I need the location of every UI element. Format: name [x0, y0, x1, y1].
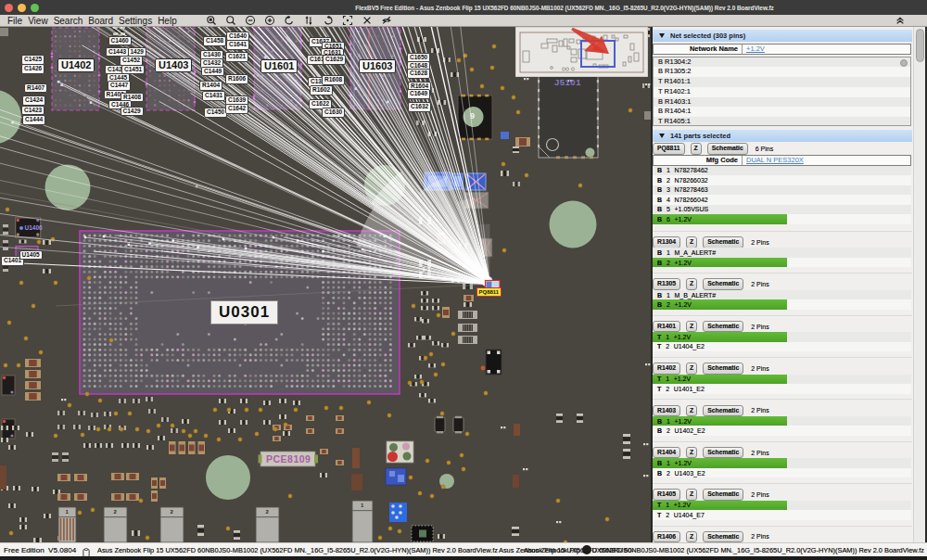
menu-board[interactable]: Board: [88, 16, 113, 26]
net-pin-row[interactable]: B R1404:1: [654, 107, 910, 117]
fit-view-icon[interactable]: [342, 15, 354, 27]
part-pin-row[interactable]: B2+1.2V: [653, 258, 911, 268]
part-ref-button[interactable]: R1305: [653, 278, 680, 289]
part-pin-row[interactable]: T2U1401_E2: [653, 384, 911, 394]
menu-view[interactable]: View: [28, 16, 48, 26]
component-label[interactable]: C1431: [202, 91, 225, 101]
network-name-link[interactable]: +1.2V: [746, 45, 765, 53]
part-schematic-button[interactable]: Schematic: [703, 531, 743, 542]
part-pin-row[interactable]: T2U1404_E7: [653, 510, 911, 520]
zoom-search-icon[interactable]: [225, 15, 237, 27]
part-z-button[interactable]: Z: [691, 143, 702, 154]
component-label[interactable]: C1641: [226, 40, 249, 50]
component-label[interactable]: C1632: [408, 102, 431, 112]
part-z-button[interactable]: Z: [686, 236, 697, 248]
component-label[interactable]: R1608: [322, 75, 345, 85]
component-label[interactable]: C1460: [108, 36, 132, 46]
title-bar[interactable]: FlexBV5 Free Edition - Asus Zenbook Flip…: [0, 0, 927, 15]
rotate-ccw-icon[interactable]: [284, 15, 296, 27]
part-z-button[interactable]: Z: [686, 321, 697, 332]
part-pin-row[interactable]: B1+1.2V: [653, 416, 911, 426]
sidebar-scrollbar-thumb[interactable]: [916, 29, 924, 62]
part-pin-row[interactable]: T1+1.2V: [653, 332, 911, 342]
part-schematic-button[interactable]: Schematic: [703, 447, 743, 458]
board-canvas[interactable]: U1402U1403U1601U1603U0301C1425C1426R1407…: [0, 27, 651, 542]
part-ref-button[interactable]: R1405: [653, 489, 680, 500]
component-label[interactable]: U1603: [359, 59, 396, 73]
component-label[interactable]: C1449: [201, 67, 224, 77]
component-label[interactable]: C1447: [108, 81, 131, 91]
part-pin-row[interactable]: B6+1.2V: [653, 214, 911, 224]
component-label[interactable]: R1407: [24, 83, 47, 94]
part-ref-button[interactable]: R1304: [653, 236, 680, 248]
part-schematic-button[interactable]: Schematic: [703, 363, 743, 374]
component-label[interactable]: C1450: [204, 108, 227, 118]
part-ref-button[interactable]: R1403: [653, 405, 680, 416]
component-label[interactable]: C1649: [407, 89, 430, 99]
component-label[interactable]: R1602: [310, 85, 333, 95]
part-pin-row[interactable]: B1M_B_ALERT#: [653, 290, 911, 300]
component-label[interactable]: C1425: [21, 55, 44, 65]
part-pin-row[interactable]: B1N78278462: [653, 166, 911, 176]
part-schematic-button[interactable]: Schematic: [703, 405, 743, 416]
menu-search[interactable]: Search: [54, 16, 83, 26]
sidebar-scrollbar[interactable]: [913, 27, 925, 542]
board-minimap[interactable]: [515, 27, 648, 77]
part-z-button[interactable]: Z: [686, 489, 697, 500]
component-label[interactable]: U1403: [155, 58, 192, 72]
part-z-button[interactable]: Z: [686, 447, 697, 458]
part-ref-button[interactable]: R1406: [653, 531, 680, 542]
net-pin-row[interactable]: T R1405:1: [654, 117, 910, 125]
component-label[interactable]: U1402: [57, 58, 95, 72]
part-pin-row[interactable]: B3N78278463: [653, 185, 911, 196]
part-pin-row[interactable]: T1+1.2V: [653, 501, 911, 511]
component-label[interactable]: C1621: [225, 52, 248, 62]
part-pin-row[interactable]: B2U1402_E2: [653, 426, 911, 436]
part-ref-button[interactable]: PQ8811: [653, 143, 685, 154]
mfg-code-link[interactable]: DUAL N PES320X: [746, 156, 804, 164]
component-label[interactable]: C1429: [121, 107, 144, 117]
menu-help[interactable]: Help: [158, 16, 177, 26]
component-label[interactable]: C1642: [225, 104, 248, 114]
component-label[interactable]: U1601: [260, 59, 298, 73]
net-pin-list[interactable]: B R1304:2B R1305:2T R1401:1T R1402:1B R1…: [653, 57, 911, 126]
rotate-cw-icon[interactable]: [323, 15, 335, 27]
net-pin-row[interactable]: B R1305:2: [654, 67, 910, 77]
net-panel-header[interactable]: Net selected (303 pins): [652, 30, 912, 42]
component-label[interactable]: C1452: [120, 56, 143, 66]
component-label[interactable]: C1424: [22, 95, 45, 106]
part-schematic-button[interactable]: Schematic: [703, 236, 743, 248]
flip-vertical-icon[interactable]: [303, 15, 315, 27]
zoom-out-icon[interactable]: [245, 15, 257, 27]
part-z-button[interactable]: Z: [686, 278, 697, 289]
part-pin-row[interactable]: T2U1404_E2: [653, 342, 911, 352]
part-pin-row[interactable]: B1+1.2V: [653, 458, 911, 468]
component-label[interactable]: C1629: [323, 55, 346, 65]
part-z-button[interactable]: Z: [686, 363, 697, 374]
part-ref-button[interactable]: R1402: [653, 363, 680, 374]
part-pin-row[interactable]: B1M_A_ALERT#: [653, 248, 911, 258]
net-pin-row[interactable]: T R1402:1: [654, 87, 910, 97]
net-pin-row[interactable]: B R1403:1: [654, 97, 910, 108]
net-pin-row[interactable]: T R1401:1: [654, 77, 910, 87]
component-label[interactable]: C1630: [322, 108, 345, 118]
component-label[interactable]: R1606: [225, 74, 248, 84]
part-z-button[interactable]: Z: [686, 405, 697, 416]
zoom-region-icon[interactable]: [206, 15, 218, 27]
zoom-in-icon[interactable]: [264, 15, 276, 27]
close-icon[interactable]: [362, 15, 374, 27]
component-label[interactable]: C1458: [203, 36, 226, 46]
component-label[interactable]: C1444: [22, 115, 45, 125]
component-label[interactable]: C1423: [21, 106, 44, 116]
component-label[interactable]: C1628: [407, 69, 430, 79]
component-label[interactable]: C1426: [21, 64, 44, 74]
part-ref-button[interactable]: R1404: [653, 447, 680, 458]
component-label[interactable]: R1404: [199, 81, 222, 91]
parts-panel-header[interactable]: 141 parts selected: [652, 130, 912, 142]
part-pin-row[interactable]: B2N78266032: [653, 175, 911, 185]
part-schematic-button[interactable]: Schematic: [703, 278, 743, 289]
part-ref-button[interactable]: R1401: [653, 321, 680, 332]
part-z-button[interactable]: Z: [686, 531, 697, 542]
part-pin-row[interactable]: B2U1403_E2: [653, 468, 911, 478]
menu-file[interactable]: File: [7, 16, 22, 26]
